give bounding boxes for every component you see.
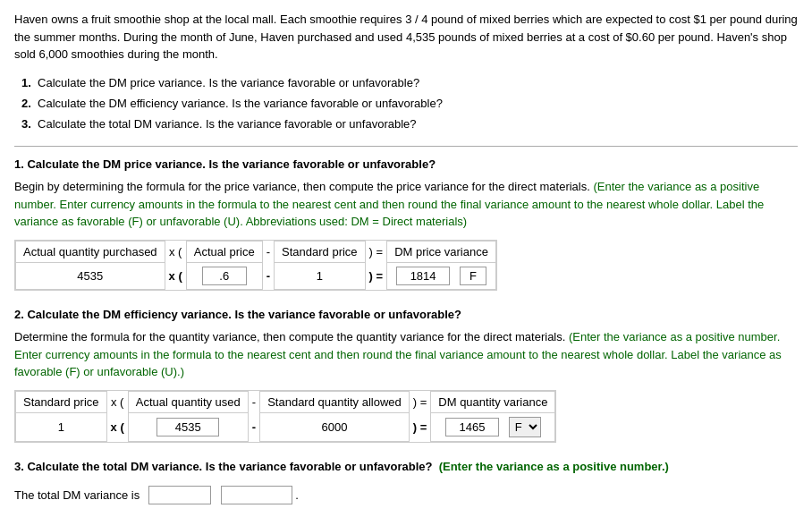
table1-data-row: 4535 x ( - 1 ) = xyxy=(16,262,496,289)
dm-price-variance-cell xyxy=(387,262,496,289)
op-minus2: - xyxy=(248,412,259,441)
dm-qty-variance-select[interactable]: F U xyxy=(509,417,541,437)
header-standard-price: Standard price xyxy=(275,241,366,262)
total-dm-variance-input[interactable] xyxy=(148,486,211,504)
header-eq1: ) = xyxy=(365,241,387,262)
quantity-variance-table: Standard price x ( Actual quantity used … xyxy=(14,390,556,443)
total-dm-variance-section: The total DM variance is . xyxy=(14,484,798,507)
header-standard-qty-allowed: Standard quantity allowed xyxy=(260,391,410,412)
header-eq2: ) = xyxy=(409,391,431,412)
actual-price-input[interactable] xyxy=(202,267,247,285)
dm-qty-variance-input[interactable] xyxy=(445,418,499,436)
section1-title: 1. Calculate the DM price variance. Is t… xyxy=(14,156,798,174)
header-dm-quantity-variance: DM quantity variance xyxy=(431,391,555,412)
standard-price-value2: 1 xyxy=(16,412,107,441)
op-eq2: ) = xyxy=(409,412,431,441)
price-variance-table: Actual quantity purchased x ( Actual pri… xyxy=(14,240,497,291)
total-dm-variance-label-input[interactable] xyxy=(221,486,292,504)
question-3: 3. Calculate the total DM variance. Is t… xyxy=(21,114,798,134)
table2-data-row: 1 x ( - 6000 ) = F U xyxy=(16,412,555,441)
table2-header-row: Standard price x ( Actual quantity used … xyxy=(16,391,555,412)
table1-header-row: Actual quantity purchased x ( Actual pri… xyxy=(16,241,496,262)
header-actual-qty-used: Actual quantity used xyxy=(128,391,248,412)
total-dm-label: The total DM variance is xyxy=(14,488,140,502)
section2-instruction: Determine the formula for the quantity v… xyxy=(14,328,798,381)
header-actual-qty-purchased: Actual quantity purchased xyxy=(16,241,165,262)
section2-title: 2. Calculate the DM efficiency variance.… xyxy=(14,306,798,324)
op-eq1: ) = xyxy=(365,262,387,289)
actual-qty-value: 4535 xyxy=(16,262,165,289)
header-standard-price2: Standard price xyxy=(16,391,107,412)
questions-list: 1. Calculate the DM price variance. Is t… xyxy=(14,72,798,135)
op-x2: x ( xyxy=(106,412,128,441)
op-minus1: - xyxy=(262,262,274,289)
question-2: 2. Calculate the DM efficiency variance.… xyxy=(21,93,798,114)
question-1: 1. Calculate the DM price variance. Is t… xyxy=(21,72,798,93)
dm-price-variance-input[interactable] xyxy=(396,267,450,285)
header-dm-price-variance: DM price variance xyxy=(387,241,496,262)
intro-paragraph: Haven owns a fruit smoothie shop at the … xyxy=(14,11,798,64)
header-minus1: - xyxy=(262,241,274,262)
header-op1: x ( xyxy=(165,241,186,262)
period: . xyxy=(295,488,299,502)
op-x1: x ( xyxy=(165,262,186,289)
standard-qty-allowed-value: 6000 xyxy=(260,412,410,441)
actual-qty-used-input[interactable] xyxy=(156,418,219,436)
header-minus2: - xyxy=(248,391,259,412)
dm-qty-variance-cell: F U xyxy=(431,412,555,441)
actual-price-input-cell xyxy=(186,262,262,289)
section1-instruction: Begin by determining the formula for the… xyxy=(14,178,798,231)
divider-1 xyxy=(14,146,798,147)
standard-price-value: 1 xyxy=(275,262,366,289)
dm-price-variance-label[interactable] xyxy=(460,267,486,285)
header-actual-price: Actual price xyxy=(186,241,262,262)
actual-qty-used-input-cell xyxy=(128,412,248,441)
section3-title: 3. Calculate the total DM variance. Is t… xyxy=(14,458,798,476)
header-op2: x ( xyxy=(106,391,128,412)
